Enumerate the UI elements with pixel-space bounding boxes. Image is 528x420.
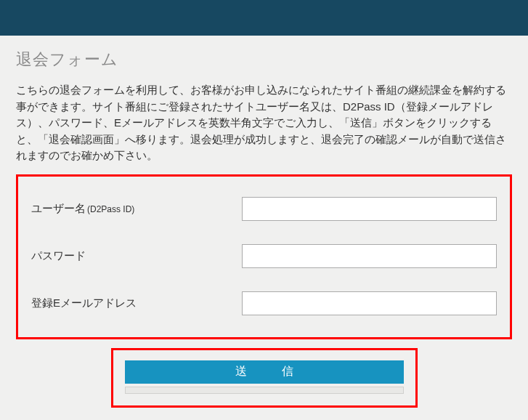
submit-container: 送 信 [111, 348, 418, 408]
username-label-container: ユーザー名 (D2Pass ID) [31, 202, 242, 216]
email-label: 登録Eメールアドレス [31, 296, 137, 310]
email-label-container: 登録Eメールアドレス [31, 296, 242, 310]
email-input[interactable] [242, 291, 497, 315]
password-label-container: パスワード [31, 249, 242, 263]
form-row-email: 登録Eメールアドレス [31, 291, 497, 315]
username-label: ユーザー名 [31, 202, 86, 216]
form-container: ユーザー名 (D2Pass ID) パスワード 登録Eメールアドレス [16, 174, 512, 339]
form-row-username: ユーザー名 (D2Pass ID) [31, 197, 497, 221]
password-label: パスワード [31, 249, 86, 263]
submit-ghost-bar [125, 387, 404, 394]
password-input[interactable] [242, 244, 497, 268]
page-title: 退会フォーム [16, 49, 512, 70]
page-description: こちらの退会フォームを利用して、お客様がお申し込みになられたサイト番組の継続課金… [16, 82, 512, 164]
username-input[interactable] [242, 197, 497, 221]
username-label-sub: (D2Pass ID) [87, 204, 134, 214]
form-row-password: パスワード [31, 244, 497, 268]
submit-button[interactable]: 送 信 [125, 360, 404, 384]
content-area: 退会フォーム こちらの退会フォームを利用して、お客様がお申し込みになられたサイト… [0, 36, 528, 408]
page-header [0, 0, 528, 36]
